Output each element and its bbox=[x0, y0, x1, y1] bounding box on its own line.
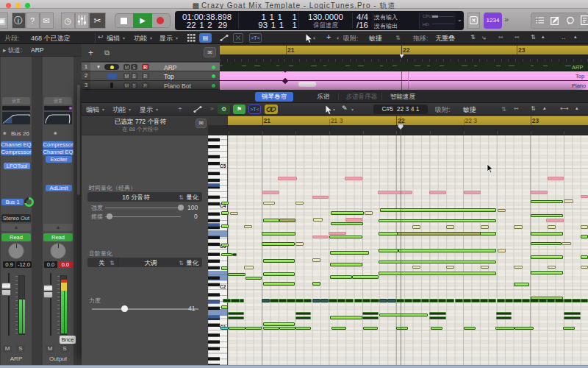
svg-text:C5: C5 bbox=[220, 163, 226, 169]
svg-text:C2: C2 bbox=[220, 284, 226, 289]
